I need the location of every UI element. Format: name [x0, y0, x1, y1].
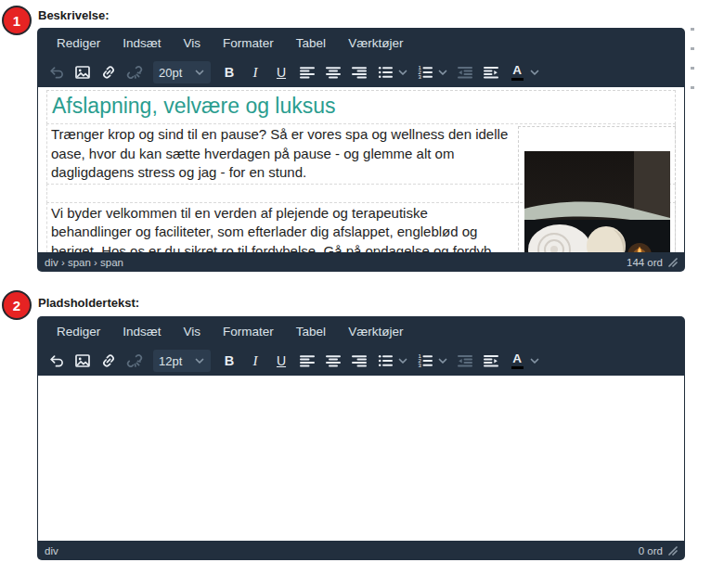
rich-text-editor-pladsholdertekst: Rediger Indsæt Vis Formater Tabel Værktø… — [37, 316, 685, 560]
bullet-list-menu-button[interactable] — [395, 349, 410, 373]
rich-text-editor-beskrivelse: Rediger Indsæt Vis Formater Tabel Værktø… — [37, 28, 685, 272]
link-icon — [99, 352, 118, 370]
chevron-down-icon — [194, 67, 205, 78]
link-button[interactable] — [97, 349, 120, 373]
align-center-button[interactable] — [322, 349, 344, 373]
content-heading: Afslapning, velvære og luksus — [46, 90, 676, 124]
bullet-list-button[interactable] — [374, 349, 396, 373]
numbered-list-menu-button[interactable] — [435, 349, 450, 373]
font-size-value: 12pt — [159, 354, 182, 368]
editor-statusbar: div 0 ord — [37, 541, 685, 560]
numbered-list-button[interactable]: 123 — [414, 349, 436, 373]
menu-rediger[interactable]: Rediger — [45, 32, 111, 54]
numbered-list-button[interactable]: 123 — [414, 60, 436, 84]
menu-tabel[interactable]: Tabel — [285, 32, 337, 54]
editor-toolbar: 20pt B I U 123 A — [37, 58, 685, 87]
editor-menubar: Rediger Indsæt Vis Formater Tabel Værktø… — [37, 28, 685, 58]
outdent-button[interactable] — [454, 349, 476, 373]
element-path[interactable]: div › span › span — [45, 257, 123, 268]
editor-statusbar: div › span › span 144 ord — [37, 252, 685, 272]
menu-indsaet[interactable]: Indsæt — [111, 32, 172, 54]
text-color-swatch — [511, 366, 524, 369]
resize-handle-icon[interactable] — [668, 546, 678, 556]
word-count[interactable]: 144 ord — [627, 257, 663, 268]
undo-button[interactable] — [45, 60, 68, 84]
numbered-list-icon: 123 — [416, 352, 434, 370]
align-center-button[interactable] — [322, 60, 344, 84]
undo-icon — [47, 63, 66, 82]
menu-vaerktoejer[interactable]: Værktøjer — [337, 32, 414, 54]
numbered-list-icon: 123 — [416, 63, 434, 82]
underline-button[interactable]: U — [270, 60, 292, 84]
clipped-text-fragment — [691, 86, 694, 89]
chevron-down-icon — [529, 355, 540, 366]
bullet-list-icon — [376, 352, 394, 370]
clipped-text-fragment — [691, 67, 694, 70]
chevron-down-icon — [529, 67, 540, 78]
outdent-button[interactable] — [454, 60, 476, 84]
menu-formater[interactable]: Formater — [212, 32, 285, 54]
underline-button[interactable]: U — [270, 349, 292, 373]
link-icon — [99, 63, 118, 82]
menu-rediger[interactable]: Rediger — [45, 321, 111, 342]
text-color-letter: A — [512, 64, 522, 77]
font-size-select[interactable]: 12pt — [153, 350, 211, 372]
field-label-beskrivelse: Beskrivelse: — [38, 8, 110, 22]
menu-vis[interactable]: Vis — [173, 321, 213, 342]
text-color-button[interactable]: A — [506, 349, 528, 373]
menu-tabel[interactable]: Tabel — [285, 321, 337, 342]
align-right-icon — [350, 352, 368, 370]
align-right-button[interactable] — [348, 349, 370, 373]
font-size-select[interactable]: 20pt — [153, 61, 211, 83]
align-right-icon — [350, 63, 368, 82]
align-left-icon — [298, 352, 317, 370]
bold-button[interactable]: B — [218, 349, 240, 373]
align-left-icon — [298, 63, 317, 82]
numbered-list-menu-button[interactable] — [435, 60, 450, 84]
undo-button[interactable] — [45, 349, 68, 373]
menu-vis[interactable]: Vis — [173, 32, 213, 54]
text-color-button[interactable]: A — [506, 60, 528, 84]
insert-image-button[interactable] — [71, 349, 94, 373]
spa-photo — [524, 151, 670, 252]
editor-content-area[interactable]: Afslapning, velvære og luksus — [37, 87, 685, 252]
chevron-down-icon — [194, 355, 205, 366]
bullet-list-menu-button[interactable] — [395, 60, 410, 84]
italic-button[interactable]: I — [244, 60, 266, 84]
chevron-down-icon — [397, 355, 408, 366]
indent-button[interactable] — [480, 349, 502, 373]
bold-button[interactable]: B — [218, 60, 240, 84]
bullet-list-button[interactable] — [374, 60, 396, 84]
word-count[interactable]: 0 ord — [639, 545, 663, 556]
text-color-menu-button[interactable] — [527, 349, 542, 373]
italic-button[interactable]: I — [244, 349, 266, 373]
field-label-pladsholdertekst: Pladsholdertekst: — [38, 296, 139, 310]
unlink-button[interactable] — [123, 60, 146, 84]
menu-formater[interactable]: Formater — [212, 321, 285, 342]
content-image-block[interactable] — [518, 126, 676, 252]
indent-button[interactable] — [480, 60, 502, 84]
editor-menubar: Rediger Indsæt Vis Formater Tabel Værktø… — [37, 316, 685, 346]
undo-icon — [47, 352, 66, 370]
align-left-button[interactable] — [296, 349, 318, 373]
menu-indsaet[interactable]: Indsæt — [111, 321, 172, 342]
unlink-icon — [125, 352, 144, 370]
editor-toolbar: 12pt B I U 123 A — [37, 346, 685, 376]
outdent-icon — [456, 63, 474, 82]
unlink-icon — [125, 63, 144, 82]
section-number-badge-2: 2 — [2, 290, 32, 320]
menu-vaerktoejer[interactable]: Værktøjer — [337, 321, 414, 342]
unlink-button[interactable] — [123, 349, 146, 373]
element-path[interactable]: div — [45, 545, 58, 556]
clipped-text-fragment — [691, 28, 694, 31]
insert-image-button[interactable] — [71, 60, 94, 84]
outdent-icon — [456, 352, 474, 370]
align-left-button[interactable] — [296, 60, 318, 84]
link-button[interactable] — [97, 60, 120, 84]
align-right-button[interactable] — [348, 60, 370, 84]
align-center-icon — [324, 63, 343, 82]
text-color-menu-button[interactable] — [527, 60, 542, 84]
editor-content-area[interactable] — [37, 376, 685, 541]
resize-handle-icon[interactable] — [668, 258, 678, 267]
section-number-badge-1: 1 — [2, 6, 32, 35]
